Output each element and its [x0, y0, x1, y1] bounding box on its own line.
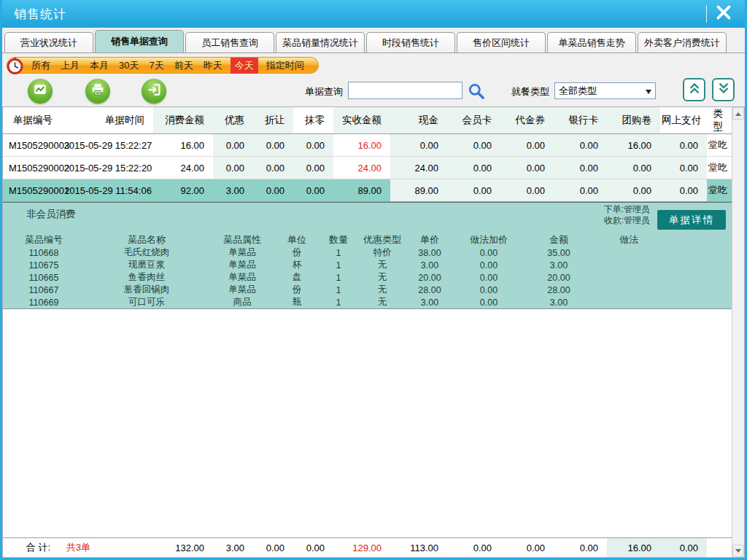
time-filter-button[interactable]: 前天 — [174, 59, 193, 72]
cell-discount: 0.00 — [213, 134, 253, 157]
cell-amount: 24.00 — [153, 157, 213, 179]
order-detail-button[interactable]: 单据详情 — [657, 210, 726, 230]
meal-type-select[interactable]: 全部类型 — [554, 82, 656, 99]
items-column-header: 菜品编号 — [3, 233, 85, 246]
order-row[interactable]: M1505290001 2015-05-29 11:54:06 92.00 3.… — [3, 179, 732, 202]
tab-label: 菜品销量情况统计 — [282, 36, 358, 50]
order-row[interactable]: M1505290003 2015-05-29 15:22:27 16.00 0.… — [3, 134, 732, 157]
cell-online-pay: 0.00 — [660, 179, 707, 202]
time-filter-button[interactable]: 今天 — [231, 58, 258, 74]
tab[interactable]: 销售单据查询 — [95, 30, 184, 52]
time-filter-button[interactable]: 上月 — [61, 59, 80, 72]
cell-item-qty: 1 — [318, 271, 359, 284]
close-button[interactable] — [711, 4, 736, 24]
cell-item-price: 28.00 — [406, 284, 454, 296]
triangle-up-icon — [735, 109, 741, 116]
time-filter-button[interactable]: 本月 — [90, 59, 109, 72]
orders-column-header: 消费金额 — [153, 107, 213, 134]
titlebar: 销售统计 — [2, 0, 745, 28]
tab[interactable]: 菜品销量情况统计 — [276, 32, 365, 52]
cell-item-price: 3.00 — [406, 296, 454, 308]
items-column-header: 做法 — [594, 233, 732, 246]
cell-item-method — [594, 246, 732, 259]
item-row: 110665 鱼香肉丝 单菜品 盘 1 无 20.00 0.00 20.00 — [3, 271, 732, 284]
cell-received: 24.00 — [333, 157, 390, 179]
time-filter-button[interactable]: 所有 — [31, 59, 50, 72]
cell-bank-card: 0.00 — [554, 157, 607, 179]
tab[interactable]: 员工销售查询 — [185, 32, 274, 52]
time-filter-label: 前天 — [174, 60, 193, 71]
cell-item-total: 20.00 — [524, 271, 594, 284]
scroll-down-button[interactable] — [732, 545, 744, 557]
tab[interactable]: 外卖客户消费统计 — [638, 32, 727, 52]
meal-type-value: 全部类型 — [555, 85, 646, 98]
tab[interactable]: 单菜品销售走势 — [547, 32, 636, 52]
cell-voucher: 0.00 — [500, 134, 554, 157]
cell-amount: 92.00 — [153, 179, 213, 202]
cell-item-price: 20.00 — [406, 271, 454, 284]
cell-item-unit: 杯 — [276, 259, 318, 271]
clock-icon — [6, 57, 24, 75]
cell-groupon: 0.00 — [607, 179, 660, 202]
orders-column-header: 银行卡 — [554, 107, 607, 134]
export-button[interactable] — [142, 79, 166, 104]
scroll-up-button[interactable] — [732, 107, 744, 120]
chart-button[interactable] — [28, 79, 53, 104]
summary-rounding: 0.00 — [293, 538, 333, 558]
cell-rounding: 0.00 — [293, 134, 333, 157]
cell-type: 堂吃 — [707, 179, 732, 202]
item-row: 110675 现磨豆浆 单菜品 杯 1 无 3.00 0.00 3.00 — [3, 259, 732, 271]
cell-item-name: 鱼香肉丝 — [85, 271, 209, 284]
summary-member-card: 0.00 — [447, 538, 500, 558]
cell-item-extra: 0.00 — [454, 271, 524, 284]
search-input[interactable] — [348, 82, 462, 99]
orders-region-main: 单据编号单据时间消费金额优惠折让抹零实收金额现金会员卡代金券银行卡团购卷网上支付… — [3, 107, 732, 557]
time-filter-button[interactable]: 指定时间 — [266, 59, 304, 72]
time-filter-label: 昨天 — [204, 60, 222, 71]
items-column-header: 做法加价 — [454, 233, 524, 246]
triangle-down-icon — [735, 549, 741, 556]
summary-discount: 3.00 — [213, 538, 253, 558]
cell-item-attr: 单菜品 — [209, 246, 276, 259]
summary-bank-card: 0.00 — [554, 538, 607, 558]
cell-item-promo: 无 — [359, 284, 406, 296]
cell-online-pay: 0.00 — [660, 134, 707, 157]
cell-item-promo: 无 — [359, 271, 406, 284]
cell-item-total: 28.00 — [524, 284, 594, 296]
cell-item-code: 110668 — [3, 246, 85, 259]
vertical-scrollbar[interactable] — [732, 107, 744, 557]
page-down-button[interactable] — [712, 78, 735, 101]
summary-row: 合 计: 共3单 132.00 3.00 0.00 0.00 129.00 11… — [3, 537, 732, 557]
cell-item-promo: 特价 — [359, 246, 406, 259]
print-button[interactable] — [85, 79, 110, 104]
cell-item-extra: 0.00 — [454, 296, 524, 308]
orders-column-header: 现金 — [390, 107, 447, 134]
order-items-table: 菜品编号菜品名称菜品属性单位数量优惠类型单价做法加价金额做法 110668 毛氏… — [3, 233, 732, 308]
summary-concession: 0.00 — [253, 538, 293, 558]
page-up-button[interactable] — [683, 78, 705, 101]
cell-member-card: 0.00 — [447, 157, 500, 179]
cell-concession: 0.00 — [253, 179, 293, 202]
sales-statistics-window: 销售统计 营业状况统计 销售单据查询 员工销售查询 菜品销量情况统计 — [0, 0, 747, 560]
cell-item-promo: 无 — [359, 259, 406, 271]
tab[interactable]: 时段销售统计 — [366, 32, 455, 52]
orders-column-header: 会员卡 — [447, 107, 500, 134]
tab[interactable]: 营业状况统计 — [4, 32, 93, 52]
search-button[interactable] — [467, 82, 486, 101]
time-filter-button[interactable]: 30天 — [119, 59, 139, 72]
items-column-header: 单位 — [276, 233, 318, 246]
items-column-header: 单价 — [406, 233, 454, 246]
summary-label: 合 计: — [26, 542, 50, 553]
summary-voucher: 0.00 — [500, 538, 554, 558]
order-row[interactable]: M1505290002 2015-05-29 15:22:20 24.00 0.… — [3, 157, 732, 179]
cell-received: 16.00 — [333, 134, 390, 157]
orders-column-header: 抹零 — [293, 107, 333, 134]
cell-item-qty: 1 — [318, 246, 359, 259]
time-filter-button[interactable]: 昨天 — [204, 59, 222, 72]
cell-item-qty: 1 — [318, 296, 359, 308]
meal-type-label: 就餐类型 — [511, 85, 549, 98]
summary-type-cell — [707, 538, 732, 558]
time-filter-button[interactable]: 7天 — [149, 59, 163, 72]
tab[interactable]: 售价区间统计 — [457, 32, 546, 52]
cell-item-price: 3.00 — [406, 259, 454, 271]
